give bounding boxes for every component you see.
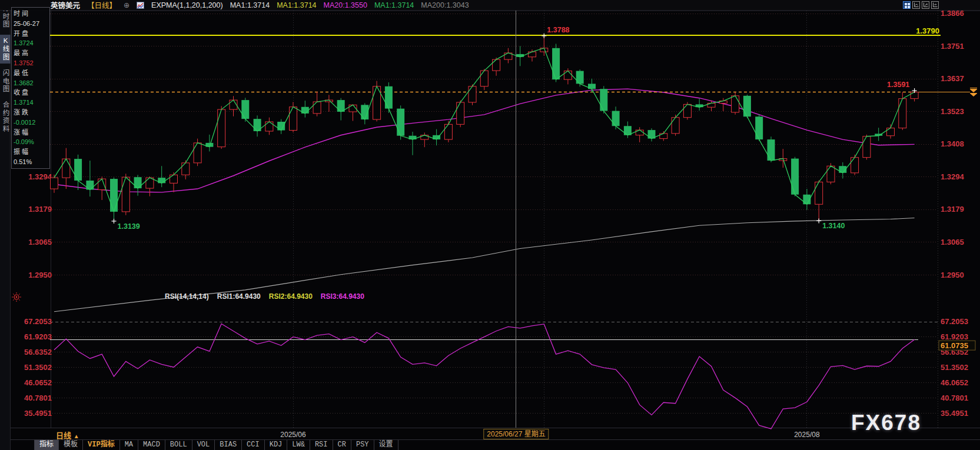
sidebar-item-合约资料[interactable]: 合约资料 [0, 99, 11, 135]
rsi-value-label: RSI(14,14,14) [165, 292, 209, 301]
svg-text:46.0652: 46.0652 [24, 378, 52, 387]
svg-text:1.3751: 1.3751 [941, 42, 964, 51]
date-axis-label: 2025/06 [280, 431, 305, 439]
svg-text:61.9203: 61.9203 [24, 332, 52, 341]
info-label: 涨 跌 [14, 108, 49, 118]
info-value: 1.3714 [14, 98, 49, 108]
toolbar-tab-指标[interactable]: 指标 [34, 440, 59, 450]
timeframe-label: 日线 [56, 431, 71, 440]
date-axis-label: 2025/08 [794, 431, 819, 439]
toolbar-tab-MACD[interactable]: MACD [138, 440, 165, 450]
ma-value: MA20:1.3550 [324, 1, 367, 9]
chart-canvas[interactable]: 1.38661.37511.36371.35231.34081.32941.31… [0, 0, 980, 450]
info-value: 1.3752 [14, 58, 49, 68]
svg-text:67.2053: 67.2053 [941, 317, 968, 326]
info-label: 时 间 [14, 9, 49, 19]
info-value: -0.09% [14, 137, 49, 147]
svg-text:1.3523: 1.3523 [941, 107, 964, 116]
svg-text:56.6352: 56.6352 [24, 348, 52, 356]
info-label: 振 幅 [14, 147, 49, 157]
period-badge[interactable]: 【日线】 [87, 0, 117, 11]
info-value: 0.51% [14, 157, 49, 167]
svg-text:1.3637: 1.3637 [941, 74, 964, 83]
svg-text:51.3502: 51.3502 [941, 363, 968, 372]
svg-text:1.3065: 1.3065 [941, 238, 964, 246]
toolbar-tab-CCI[interactable]: CCI [242, 440, 265, 450]
ma-value: MA1:1.3714 [374, 1, 414, 9]
toolbar-tab-MA[interactable]: MA [120, 440, 138, 450]
layout-grid-button[interactable] [903, 1, 911, 9]
toolbar-tab-BOLL[interactable]: BOLL [165, 440, 192, 450]
indicator-label: EXPMA(1,1,20,1,200) [151, 1, 223, 9]
svg-text:1.3140: 1.3140 [822, 222, 845, 230]
sidebar-item-K线图[interactable]: K线图 [0, 35, 11, 64]
svg-text:46.0652: 46.0652 [941, 378, 968, 387]
ma-value: MA1:1.3714 [230, 1, 270, 9]
window-layout-controls [903, 1, 939, 9]
indicator-toolbar: 指标模板VIP指标MAMACDBOLLVOLBIASCCIKDJLW&RSICR… [34, 440, 398, 450]
toolbar-tab-KDJ[interactable]: KDJ [265, 440, 288, 450]
svg-text:1.2950: 1.2950 [28, 271, 52, 279]
toolbar-tab-VIP指标[interactable]: VIP指标 [83, 440, 120, 450]
link-circle-plus-icon[interactable]: ⊕ [124, 1, 129, 9]
toolbar-tab-设置[interactable]: 设置 [374, 440, 398, 450]
svg-text:51.3502: 51.3502 [24, 363, 52, 372]
info-label: 最 低 [14, 68, 49, 78]
sidebar-item-闪电图[interactable]: 闪电图 [0, 67, 11, 96]
svg-text:61.0735: 61.0735 [941, 341, 968, 350]
rsi-header-values: RSI(14,14,14)RSI1:64.9430RSI2:64.9430RSI… [165, 292, 364, 301]
svg-text:1.3790: 1.3790 [916, 26, 939, 35]
toolbar-tab-PSY[interactable]: PSY [351, 440, 374, 450]
ma-value: MA1:1.3714 [277, 1, 316, 9]
rsi-value-label: RSI2:64.9430 [269, 292, 313, 301]
toolbar-tab-BIAS[interactable]: BIAS [215, 440, 242, 450]
svg-text:1.3591: 1.3591 [887, 81, 909, 89]
info-label: 涨 幅 [14, 128, 49, 138]
chevron-up-icon: ▲ [74, 433, 79, 439]
chart-type-sidebar: 分时图K线图闪电图合约资料 [0, 0, 11, 450]
candle-info-tooltip: 时 间25-06-27开 盘1.3724最 高1.3752最 低1.3682收 … [11, 7, 50, 169]
svg-text:1.2950: 1.2950 [941, 271, 964, 279]
toolbar-tab-LW&[interactable]: LW& [287, 440, 310, 450]
ma-value: MA200:1.3043 [421, 1, 469, 9]
fx678-watermark: FX678 [851, 411, 921, 435]
svg-text:1.3065: 1.3065 [28, 238, 52, 246]
toolbar-tab-VOL[interactable]: VOL [192, 440, 215, 450]
svg-text:1.3294: 1.3294 [28, 172, 52, 181]
charting-app-window: 英镑美元 【日线】 ⊕ EXPMA(1,1,20,1,200) MA1:1.37… [0, 0, 980, 450]
svg-text:61.9203: 61.9203 [941, 332, 968, 341]
symbol-title: 英镑美元 [51, 0, 80, 11]
scale-axis-right-button[interactable] [922, 1, 929, 9]
info-label: 最 高 [14, 48, 49, 58]
svg-text:1.3788: 1.3788 [547, 26, 569, 34]
svg-text:1.3179: 1.3179 [941, 205, 964, 214]
indicator-mini-chart-icon [137, 2, 144, 9]
info-label: 开 盘 [14, 29, 49, 39]
info-value: -0.0012 [14, 118, 49, 128]
toolbar-tab-模板[interactable]: 模板 [59, 440, 83, 450]
svg-text:40.7801: 40.7801 [24, 394, 52, 402]
crosshair-date-badge: 2025/06/27 星期五 [483, 429, 549, 439]
info-label: 收 盘 [14, 88, 49, 98]
svg-text:67.2053: 67.2053 [24, 317, 52, 326]
toolbar-tab-CR[interactable]: CR [333, 440, 351, 450]
chart-header-bar: 英镑美元 【日线】 ⊕ EXPMA(1,1,20,1,200) MA1:1.37… [0, 0, 980, 11]
rsi-indicator-toggle-icon[interactable] [11, 292, 22, 305]
svg-text:35.4951: 35.4951 [941, 409, 968, 418]
svg-text:1.3408: 1.3408 [941, 139, 964, 148]
ma-values-group: MA1:1.3714MA1:1.3714MA20:1.3550MA1:1.371… [230, 1, 476, 9]
svg-text:1.3139: 1.3139 [118, 222, 140, 231]
info-value: 25-06-27 [14, 19, 49, 29]
rsi-value-label: RSI3:64.9430 [321, 292, 364, 301]
svg-text:1.3179: 1.3179 [28, 205, 52, 214]
pane-expand-button[interactable] [931, 1, 939, 9]
rsi-value-label: RSI1:64.9430 [217, 292, 261, 301]
svg-text:40.7801: 40.7801 [941, 394, 968, 402]
svg-text:1.3294: 1.3294 [941, 172, 965, 181]
scale-axis-left-button[interactable] [912, 1, 920, 9]
info-value: 1.3724 [14, 38, 49, 48]
timeframe-select-button[interactable]: 日线 ▲ [56, 429, 79, 441]
info-value: 1.3682 [14, 78, 49, 88]
toolbar-tab-RSI[interactable]: RSI [310, 440, 333, 450]
svg-text:35.4951: 35.4951 [24, 409, 52, 418]
